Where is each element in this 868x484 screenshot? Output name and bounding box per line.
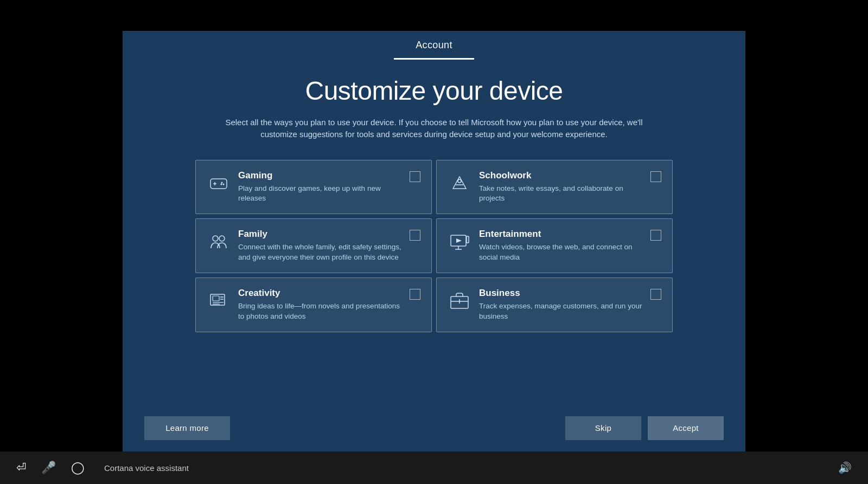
business-card[interactable]: Business Track expenses, manage customer…	[436, 278, 673, 332]
family-title: Family	[238, 229, 402, 240]
svg-point-7	[458, 179, 461, 183]
cortana-icon[interactable]: ◯	[71, 461, 85, 475]
cards-grid: Gaming Play and discover games, keep up …	[195, 160, 673, 332]
entertainment-desc: Watch videos, browse the web, and connec…	[479, 242, 643, 263]
microphone-icon[interactable]: 🎤	[41, 461, 56, 475]
main-content: Customize your device Select all the way…	[123, 60, 745, 416]
svg-point-9	[219, 236, 225, 241]
learn-more-button[interactable]: Learn more	[144, 416, 230, 440]
gaming-icon	[207, 171, 231, 195]
page-subtitle: Select all the ways you plan to use your…	[217, 117, 651, 141]
schoolwork-card-text: Schoolwork Take notes, write essays, and…	[479, 170, 643, 204]
family-checkbox[interactable]	[410, 230, 420, 241]
gaming-card[interactable]: Gaming Play and discover games, keep up …	[195, 160, 432, 215]
outer-container: Account Customize your device Select all…	[0, 0, 868, 484]
svg-rect-14	[467, 236, 469, 243]
business-desc: Track expenses, manage customers, and ru…	[479, 301, 643, 322]
skip-button[interactable]: Skip	[565, 416, 641, 440]
family-icon	[207, 230, 231, 254]
schoolwork-card[interactable]: Schoolwork Take notes, write essays, and…	[436, 160, 673, 215]
gaming-desc: Play and discover games, keep up with ne…	[238, 184, 402, 204]
system-taskbar: ⏎ 🎤 ◯ Cortana voice assistant 🔊	[0, 451, 868, 484]
creativity-icon	[207, 289, 231, 313]
svg-point-5	[221, 183, 222, 185]
business-card-text: Business Track expenses, manage customer…	[479, 288, 643, 322]
entertainment-title: Entertainment	[479, 229, 643, 240]
svg-point-3	[221, 182, 223, 183]
svg-point-4	[223, 183, 225, 185]
gaming-card-text: Gaming Play and discover games, keep up …	[238, 170, 402, 204]
business-icon	[448, 289, 471, 313]
schoolwork-desc: Take notes, write essays, and collaborat…	[479, 184, 643, 204]
cortana-label: Cortana voice assistant	[104, 463, 189, 473]
bottom-action-bar: Learn more Skip Accept	[123, 416, 745, 454]
taskbar-icons: ⏎ 🎤 ◯ Cortana voice assistant	[16, 461, 189, 475]
page-title: Customize your device	[305, 76, 563, 106]
schoolwork-checkbox[interactable]	[650, 171, 661, 182]
creativity-checkbox[interactable]	[410, 289, 420, 300]
family-card-text: Family Connect with the whole family, ed…	[238, 229, 402, 263]
accept-button[interactable]: Accept	[648, 416, 724, 440]
entertainment-icon	[448, 230, 471, 254]
entertainment-card[interactable]: Entertainment Watch videos, browse the w…	[436, 218, 673, 273]
svg-rect-0	[210, 179, 227, 189]
svg-rect-16	[213, 296, 219, 301]
creativity-desc: Bring ideas to life—from novels and pres…	[238, 301, 402, 322]
gaming-title: Gaming	[238, 170, 402, 181]
account-tab[interactable]: Account	[394, 31, 474, 60]
right-buttons: Skip Accept	[565, 416, 724, 440]
gaming-checkbox[interactable]	[410, 171, 420, 182]
main-window: Account Customize your device Select all…	[123, 31, 745, 454]
entertainment-checkbox[interactable]	[650, 230, 661, 241]
business-title: Business	[479, 288, 643, 299]
business-checkbox[interactable]	[650, 289, 661, 300]
creativity-title: Creativity	[238, 288, 402, 299]
creativity-card[interactable]: Creativity Bring ideas to life—from nove…	[195, 278, 432, 332]
family-card[interactable]: Family Connect with the whole family, ed…	[195, 218, 432, 273]
top-nav: Account	[123, 31, 745, 60]
taskbar-right: 🔊	[838, 461, 852, 474]
family-desc: Connect with the whole family, edit safe…	[238, 242, 402, 263]
back-icon[interactable]: ⏎	[16, 461, 26, 475]
svg-point-8	[213, 236, 218, 241]
entertainment-card-text: Entertainment Watch videos, browse the w…	[479, 229, 643, 263]
creativity-card-text: Creativity Bring ideas to life—from nove…	[238, 288, 402, 322]
schoolwork-icon	[448, 171, 471, 195]
volume-icon[interactable]: 🔊	[838, 462, 852, 474]
schoolwork-title: Schoolwork	[479, 170, 643, 181]
svg-marker-13	[456, 238, 462, 243]
